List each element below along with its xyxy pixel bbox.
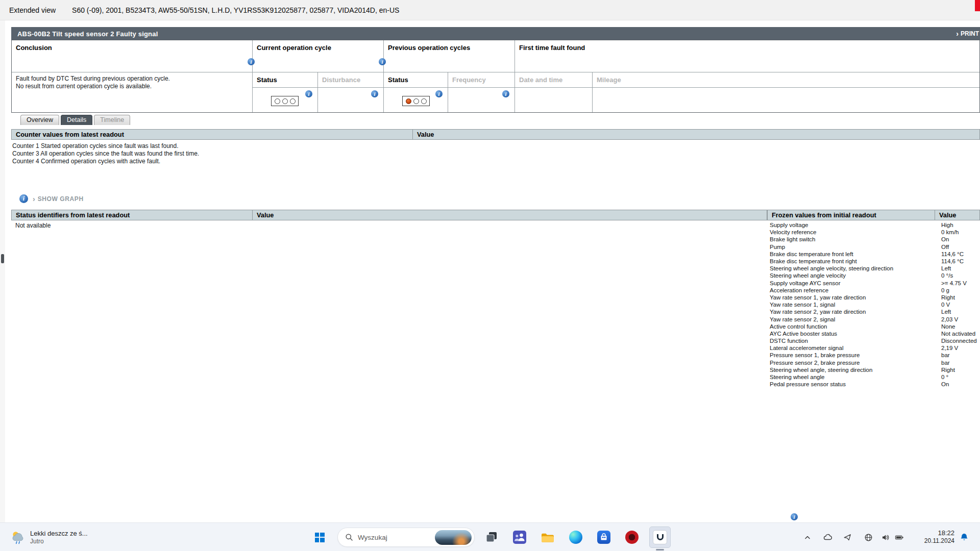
search-highlight-image[interactable] (435, 530, 472, 545)
weather-subtext: Jutro (30, 538, 88, 545)
frozen-row: Acceleration reference0 g (767, 287, 980, 294)
date-time-subheader-cell: Date and time (515, 72, 593, 88)
frozen-values-table: Frozen values from initial readout Value… (767, 210, 980, 388)
tab-timeline[interactable]: Timeline (94, 115, 130, 125)
dtc-title: ABS-00B2 Tilt speed sensor 2 Faulty sign… (17, 30, 158, 38)
volume-tray-button[interactable] (879, 531, 891, 543)
led-off (275, 98, 280, 104)
vida-extended-view-window: Extended view S60 (-09), 2001, B5234T3, … (0, 0, 980, 551)
info-icon[interactable] (435, 90, 443, 97)
task-view-icon (485, 531, 498, 543)
frozen-table-title: Frozen values from initial readout (768, 210, 935, 220)
folder-icon (541, 531, 555, 543)
counter-row: Counter 4 Confirmed operation cycles wit… (12, 158, 980, 165)
chevron-up-icon (803, 533, 812, 541)
frozen-row: AYC Active booster statusNot activated (767, 330, 980, 337)
status-row: Not available (11, 220, 767, 229)
onedrive-tray-button[interactable] (821, 531, 834, 543)
current-status-indicator (271, 96, 299, 106)
edge-icon (569, 531, 582, 544)
teams-button[interactable] (509, 527, 530, 547)
frozen-row: Supply voltageHigh (767, 221, 980, 229)
window-title: Extended view (9, 6, 56, 14)
clock-time: 18:22 (924, 529, 954, 537)
frozen-row: Brake light switchOn (767, 236, 980, 243)
mileage-subheader-cell: Mileage (593, 72, 979, 88)
active-app-indicator (656, 549, 664, 550)
info-icon[interactable] (791, 513, 798, 520)
show-graph-control: › SHOW GRAPH (19, 194, 84, 203)
led-off (413, 98, 419, 104)
print-button[interactable]: › PRINT (956, 27, 979, 40)
bell-icon (960, 533, 969, 542)
info-icon[interactable] (371, 90, 378, 97)
speaker-icon (881, 533, 890, 542)
store-app-button[interactable] (594, 527, 614, 547)
security-app-button[interactable] (622, 527, 642, 547)
frozen-row: PumpOff (767, 243, 980, 251)
first-time-header-cell: First time fault found (515, 40, 979, 72)
scrollbar-thumb[interactable] (1, 254, 4, 263)
frozen-row: Pressure sensor 1, brake pressurebar (767, 352, 980, 359)
notification-bell-button[interactable] (960, 533, 969, 544)
status-identifiers-table: Status identifiers from latest readout V… (11, 210, 767, 229)
cloud-icon (823, 533, 832, 541)
date-time-subheader: Date and time (515, 72, 592, 87)
current-status-indicator-cell (253, 88, 318, 112)
led-on (406, 98, 411, 104)
frozen-table-header: Frozen values from initial readout Value (767, 210, 980, 220)
led-off (282, 98, 288, 104)
start-button[interactable] (309, 527, 330, 547)
close-button[interactable] (975, 0, 980, 11)
battery-icon (895, 533, 904, 542)
vehicle-info: S60 (-09), 2001, B5234T3, AW55-50/51SN, … (72, 6, 399, 14)
network-tray-button[interactable] (862, 531, 874, 543)
clock-date: 20.11.2024 (924, 537, 954, 545)
conclusion-text-cell: Fault found by DTC Test during previous … (12, 72, 253, 112)
show-graph-button[interactable]: › SHOW GRAPH (33, 195, 84, 203)
file-explorer-button[interactable] (537, 527, 558, 547)
store-icon (597, 531, 610, 544)
show-graph-arrow-icon: › (33, 195, 35, 203)
search-box[interactable] (337, 528, 475, 547)
conclusion-line-2: No result from current operation cycle i… (16, 83, 248, 90)
send-tray-button[interactable] (841, 531, 853, 543)
left-scrollbar[interactable] (0, 20, 5, 522)
tray-chevron-button[interactable] (801, 531, 814, 543)
conclusion-line-1: Fault found by DTC Test during previous … (16, 75, 248, 83)
taskbar-clock[interactable]: 18:22 20.11.2024 (924, 529, 954, 545)
info-icon[interactable] (19, 194, 28, 203)
counter-table-value-header: Value (413, 130, 979, 139)
previous-cycles-header-cell: Previous operation cycles (384, 40, 515, 72)
info-icon[interactable] (248, 58, 255, 65)
task-view-button[interactable] (481, 527, 502, 547)
search-input[interactable] (358, 534, 429, 541)
frozen-row: Steering wheel angle0 ° (767, 373, 980, 381)
frozen-row: Brake disc temperature front left114,6 °… (767, 251, 980, 258)
frozen-row: Yaw rate sensor 1, yaw rate directionRig… (767, 294, 980, 301)
weather-widget[interactable]: Lekki deszcz ze ś... Jutro (5, 525, 93, 549)
mileage-value-cell (593, 88, 979, 112)
frozen-row: Supply voltage AYC sensor>= 4.75 V (767, 280, 980, 287)
search-icon (345, 533, 353, 541)
tab-details[interactable]: Details (61, 115, 92, 125)
detail-tabs: Overview Details Timeline (20, 115, 130, 125)
battery-tray-button[interactable] (893, 531, 905, 543)
show-graph-label: SHOW GRAPH (38, 195, 84, 203)
frozen-row: Brake disc temperature front right114,6 … (767, 258, 980, 265)
frozen-row: Lateral accelerometer signal2,19 V (767, 344, 980, 352)
disturbance-indicator-cell (318, 88, 384, 112)
info-icon[interactable] (379, 58, 386, 65)
info-icon[interactable] (502, 90, 509, 97)
vida-app-icon (653, 530, 667, 544)
mileage-subheader: Mileage (593, 72, 979, 87)
current-cycle-header-cell: Current operation cycle (253, 40, 384, 72)
info-icon[interactable] (305, 90, 312, 97)
tab-overview[interactable]: Overview (20, 115, 59, 125)
teams-icon (513, 531, 526, 544)
vida-app-button[interactable] (650, 527, 670, 547)
edge-button[interactable] (566, 527, 586, 547)
current-cycle-header: Current operation cycle (253, 40, 383, 55)
disturbance-subheader: Disturbance (318, 72, 383, 87)
status-table-header: Status identifiers from latest readout V… (11, 210, 767, 220)
